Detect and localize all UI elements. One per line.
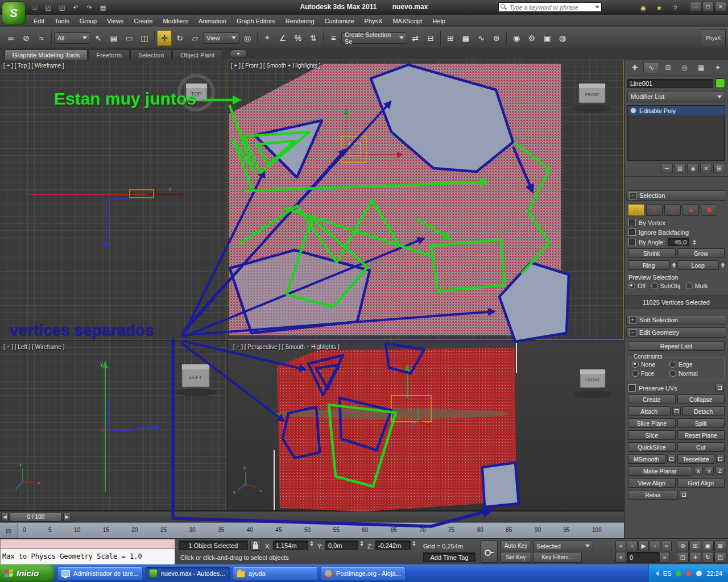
by-angle-field[interactable]: 45,0: [668, 238, 689, 246]
selection-lock-icon[interactable]: [250, 540, 261, 551]
redo-icon[interactable]: ↷: [83, 2, 96, 13]
mirror-icon[interactable]: ⇄: [408, 30, 423, 46]
select-by-name-icon[interactable]: ▤: [106, 30, 121, 46]
next-frame-icon[interactable]: ›: [650, 541, 660, 551]
menu-item[interactable]: Animation: [193, 16, 231, 26]
pan-icon[interactable]: ✛: [689, 552, 701, 563]
reset-plane-button[interactable]: Reset Plane: [677, 430, 725, 440]
select-and-rotate-icon[interactable]: ↻: [172, 30, 187, 46]
relax-button[interactable]: Relax: [628, 490, 678, 500]
loop-spinner[interactable]: [721, 263, 725, 268]
menu-item[interactable]: Edit: [28, 16, 49, 26]
project-toolbar-icon[interactable]: ▤: [97, 2, 109, 13]
render-production-icon[interactable]: ◍: [555, 30, 570, 46]
taskbar-task-browser[interactable]: Postimage.org - Aloja...: [320, 567, 406, 580]
preview-multi-radio[interactable]: [686, 282, 693, 289]
object-name-field[interactable]: Line001: [627, 79, 713, 88]
save-file-icon[interactable]: ◫: [56, 2, 68, 13]
menu-item[interactable]: Rendering: [280, 16, 320, 26]
menu-item[interactable]: Create: [129, 16, 158, 26]
menu-item[interactable]: PhysX: [359, 16, 388, 26]
modifier-list-dropdown[interactable]: Modifier List: [627, 91, 725, 102]
x-coordinate-field[interactable]: 1,154m: [273, 541, 308, 550]
schematic-view-icon[interactable]: ⊛: [489, 30, 504, 46]
by-angle-spinner[interactable]: [693, 240, 696, 245]
ring-spinner[interactable]: [672, 263, 676, 268]
close-button[interactable]: ✕: [715, 2, 726, 12]
rectangular-selection-region-icon[interactable]: ▭: [122, 30, 136, 46]
slice-button[interactable]: Slice: [628, 430, 676, 440]
tray-volume-icon[interactable]: [696, 571, 702, 576]
search-input[interactable]: [508, 3, 595, 11]
menu-item[interactable]: Group: [75, 16, 102, 26]
ignore-backfacing-checkbox[interactable]: [628, 228, 636, 236]
key-step-back-icon[interactable]: «: [615, 552, 626, 563]
grow-button[interactable]: Grow: [677, 248, 725, 258]
track-bar[interactable]: ▤ 05101520253035404550556065707580859095…: [0, 522, 624, 538]
named-selection-sets-icon[interactable]: ≡: [326, 30, 341, 46]
create-tab-icon[interactable]: ✚: [627, 62, 643, 73]
mini-curve-editor-icon[interactable]: ▤: [0, 523, 18, 538]
maxscript-mini-listener[interactable]: Max to Physcs Geometry Scale = 1.0: [0, 539, 175, 565]
favorites-star-icon[interactable]: ★: [653, 2, 665, 14]
motion-tab-icon[interactable]: ◎: [677, 62, 693, 73]
attach-button[interactable]: Attach: [628, 406, 671, 416]
select-and-scale-icon[interactable]: ▱: [188, 30, 202, 46]
menu-item[interactable]: Tools: [49, 16, 75, 26]
constraint-normal-radio[interactable]: [669, 370, 676, 377]
viewport-perspective-label[interactable]: [ + ] [ Perspective ] [ Smooth + Highlig…: [233, 344, 340, 350]
tab-freeform[interactable]: Freeform: [88, 49, 130, 60]
create-button[interactable]: Create: [628, 394, 676, 404]
tray-status-icon[interactable]: [686, 571, 692, 576]
select-and-link-icon[interactable]: ∞: [3, 30, 18, 46]
snaps-toggle-icon[interactable]: ⌖: [260, 30, 275, 46]
app-logo-icon[interactable]: S: [2, 1, 26, 25]
zoom-extents-icon[interactable]: ▣: [702, 541, 714, 551]
preview-off-radio[interactable]: [628, 282, 635, 289]
viewport-front-label[interactable]: [ + ] [ Front ] [ Smooth + Highlights ]: [231, 63, 321, 69]
tray-collapse-icon[interactable]: [656, 571, 659, 576]
x-coordinate-spinner[interactable]: [310, 541, 313, 546]
preview-subobj-radio[interactable]: [651, 282, 658, 289]
quickslice-button[interactable]: QuickSlice: [628, 442, 676, 452]
hierarchy-tab-icon[interactable]: ⊞: [660, 62, 676, 73]
tray-shield-icon[interactable]: [676, 571, 681, 576]
macro-recorder-line[interactable]: [0, 539, 175, 549]
selection-filter-dropdown[interactable]: All: [54, 32, 90, 44]
menu-item[interactable]: MAXScript: [387, 16, 427, 26]
physx-toolbar[interactable]: PhysX: [701, 29, 726, 47]
soft-selection-rollout-header[interactable]: + Soft Selection: [626, 315, 726, 325]
msmooth-settings-icon[interactable]: [667, 455, 676, 463]
constraint-none-radio[interactable]: [632, 361, 639, 368]
split-button[interactable]: Split: [677, 418, 725, 428]
viewport-left[interactable]: [0, 340, 227, 510]
language-indicator[interactable]: ES: [663, 570, 672, 577]
show-end-result-icon[interactable]: ▥: [674, 164, 686, 173]
listener-line[interactable]: Max to Physcs Geometry Scale = 1.0: [0, 549, 175, 565]
modify-tab-icon[interactable]: ∿: [643, 62, 659, 73]
time-step-forward-icon[interactable]: ▶: [63, 513, 71, 522]
slice-plane-button[interactable]: Slice Plane: [628, 418, 676, 428]
tessellate-settings-icon[interactable]: [716, 455, 725, 463]
ring-button[interactable]: Ring: [628, 260, 670, 270]
viewport-top-label[interactable]: [ + ] [ Top ] [ Wireframe ]: [3, 63, 64, 69]
z-coordinate-spinner[interactable]: [412, 541, 416, 546]
menu-item[interactable]: Graph Editors: [231, 16, 280, 26]
open-file-icon[interactable]: ◰: [42, 2, 55, 13]
detach-button[interactable]: Detach: [682, 406, 725, 416]
edge-subobject-icon[interactable]: ╱: [646, 204, 663, 216]
edit-geometry-rollout-header[interactable]: − Edit Geometry: [626, 327, 726, 338]
maximize-button[interactable]: □: [702, 2, 714, 12]
grid-align-button[interactable]: Grid Align: [677, 478, 725, 488]
remove-modifier-icon[interactable]: ✕: [700, 164, 712, 173]
tab-graphite-modeling-tools[interactable]: Graphite Modeling Tools: [5, 49, 88, 60]
y-coordinate-spinner[interactable]: [360, 541, 363, 546]
align-icon[interactable]: ⊟: [423, 30, 438, 46]
render-setup-icon[interactable]: ⚙: [524, 30, 539, 46]
percent-snap-icon[interactable]: %: [291, 30, 305, 46]
reference-coordinate-dropdown[interactable]: View: [203, 32, 239, 44]
modifier-visibility-icon[interactable]: [630, 107, 636, 114]
play-icon[interactable]: ▶: [638, 541, 649, 551]
make-planar-y-button[interactable]: Y: [705, 467, 714, 475]
display-tab-icon[interactable]: ▦: [693, 62, 709, 73]
